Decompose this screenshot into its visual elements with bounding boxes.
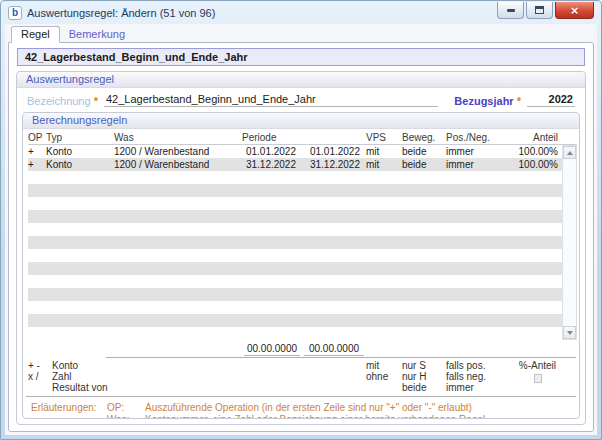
legend-op-types: + - Konto x / Zahl Resultat von — [28, 360, 242, 393]
scroll-up-icon — [567, 151, 573, 155]
table-row-empty — [28, 210, 577, 223]
erlaeuterung-text: Kontonummer, eine Zahl oder Bezeichnung … — [145, 414, 573, 419]
tab-page-regel: 42_Lagerbestand_Beginn_und_Ende_Jahr Aus… — [8, 42, 594, 432]
section-berechnungsregeln: Berechnungsregeln OP Typ Was Periode VPS… — [22, 112, 580, 419]
window-title: Auswertungsregel: Ändern (51 von 96) — [27, 7, 497, 19]
table-scrollbar[interactable] — [562, 145, 577, 340]
legend-op-symbols — [28, 382, 52, 393]
table-row-empty — [28, 262, 577, 275]
titlebar[interactable]: b Auswertungsregel: Ändern (51 von 96) × — [1, 1, 601, 24]
totals-row: 00.00.0000 00.00.0000 — [23, 340, 579, 356]
anteil-legend-box-icon — [534, 374, 542, 383]
table-row-empty — [28, 314, 577, 327]
table-row-empty — [28, 236, 577, 249]
table-row-empty — [28, 288, 577, 301]
rule-form-row: Bezeichnung * Bezugsjahr * — [17, 88, 585, 110]
section-title-auswertungsregel: Auswertungsregel — [17, 72, 585, 88]
close-icon: × — [571, 4, 579, 17]
scroll-up-button[interactable] — [563, 146, 576, 159]
cell-anteil: 100.00% — [498, 145, 562, 158]
legend-vps-options: mit ohne — [366, 360, 402, 382]
legend-op-symbols: + - — [28, 360, 52, 371]
total-periode-von: 00.00.0000 — [244, 342, 300, 356]
erlaeuterungen-label: Erläuterungen: — [31, 402, 107, 414]
table-row-empty — [28, 249, 577, 262]
cell-vps: mit — [366, 158, 402, 171]
erlaeuterung-text: Auszuführende Operation (in der ersten Z… — [145, 402, 573, 414]
cell-posneg: immer — [446, 158, 498, 171]
tab-bemerkung[interactable]: Bemerkung — [60, 26, 134, 42]
cell-typ: Konto — [46, 158, 114, 171]
col-header-typ: Typ — [46, 132, 114, 143]
cell-op: + — [28, 158, 46, 171]
cell-anteil: 100.00% — [498, 158, 562, 171]
cell-beweg: beide — [402, 158, 446, 171]
cell-was: 1200 / Warenbestand — [114, 145, 242, 158]
dialog-window: b Auswertungsregel: Ändern (51 von 96) ×… — [0, 0, 602, 440]
bezeichnung-input[interactable] — [104, 93, 438, 107]
table-row-empty — [28, 171, 577, 184]
col-header-posneg: Pos./Neg. — [446, 132, 498, 143]
cell-periode-von: 31.12.2022 — [242, 158, 302, 171]
table-row-empty — [28, 197, 577, 210]
minimize-button[interactable] — [497, 2, 524, 19]
legend-beweg-options: nur S nur H beide — [402, 360, 446, 393]
col-header-anteil: Anteil — [498, 132, 562, 143]
legend-op-symbols: x / — [28, 371, 52, 382]
legend-posneg-options: falls pos. falls neg. immer — [446, 360, 498, 393]
section-title-berechnungsregeln: Berechnungsregeln — [23, 113, 579, 129]
cell-periode-bis: 31.12.2022 — [302, 158, 366, 171]
table-body: + Konto 1200 / Warenbestand 01.01.2022 0… — [28, 145, 577, 340]
legend-anteil: %-Anteil — [498, 360, 562, 385]
legend-op-label: Zahl — [52, 371, 242, 382]
erlaeuterungen: Erläuterungen: OP: Auszuführende Operati… — [23, 397, 579, 419]
scroll-down-icon — [567, 331, 573, 335]
col-header-beweg: Beweg. — [402, 132, 446, 143]
cell-typ: Konto — [46, 145, 114, 158]
cell-was: 1200 / Warenbestand — [114, 158, 242, 171]
total-periode-bis: 00.00.0000 — [304, 342, 364, 356]
col-header-vps: VPS — [366, 132, 402, 143]
rule-name-header: 42_Lagerbestand_Beginn_und_Ende_Jahr — [17, 48, 585, 66]
legend-op-label: Resultat von — [52, 382, 242, 393]
close-button[interactable]: × — [555, 2, 594, 19]
table-row-empty — [28, 301, 577, 314]
erlaeuterung-key: OP: — [107, 402, 145, 414]
column-legend: + - Konto x / Zahl Resultat von mit ohne — [23, 358, 579, 396]
scroll-down-button[interactable] — [563, 326, 576, 339]
erlaeuterung-key: Was: — [107, 414, 145, 419]
table-header-row: OP Typ Was Periode VPS Beweg. Pos./Neg. … — [28, 131, 577, 145]
col-header-was: Was — [114, 132, 242, 143]
legend-op-label: Konto — [52, 360, 242, 371]
bezeichnung-label: Bezeichnung * — [27, 95, 98, 107]
required-marker: * — [94, 95, 98, 107]
bezugsjahr-label: Bezugsjahr * — [454, 95, 521, 107]
col-header-op: OP — [28, 132, 46, 143]
maximize-icon — [535, 6, 544, 14]
col-header-periode: Periode — [242, 132, 302, 143]
table-row-empty — [28, 275, 577, 288]
cell-vps: mit — [366, 145, 402, 158]
client-area: Regel Bemerkung 42_Lagerbestand_Beginn_u… — [5, 24, 597, 435]
section-auswertungsregel: Auswertungsregel Bezeichnung * Bezugsjah… — [16, 71, 586, 425]
cell-periode-von: 01.01.2022 — [242, 145, 302, 158]
cell-beweg: beide — [402, 145, 446, 158]
tab-bar: Regel Bemerkung — [8, 26, 594, 42]
maximize-button[interactable] — [526, 2, 553, 19]
minimize-icon — [507, 9, 515, 12]
cell-op: + — [28, 145, 46, 158]
rules-table: OP Typ Was Periode VPS Beweg. Pos./Neg. … — [23, 129, 579, 340]
tab-regel[interactable]: Regel — [11, 26, 60, 43]
table-row[interactable]: + Konto 1200 / Warenbestand 01.01.2022 0… — [28, 145, 577, 158]
bezugsjahr-input[interactable] — [527, 93, 575, 107]
cell-periode-bis: 01.01.2022 — [302, 145, 366, 158]
table-row-empty — [28, 223, 577, 236]
app-icon: b — [8, 6, 22, 20]
table-row[interactable]: + Konto 1200 / Warenbestand 31.12.2022 3… — [28, 158, 577, 171]
required-marker: * — [517, 95, 521, 107]
table-row-empty — [28, 184, 577, 197]
cell-posneg: immer — [446, 145, 498, 158]
table-row-empty — [28, 327, 577, 340]
